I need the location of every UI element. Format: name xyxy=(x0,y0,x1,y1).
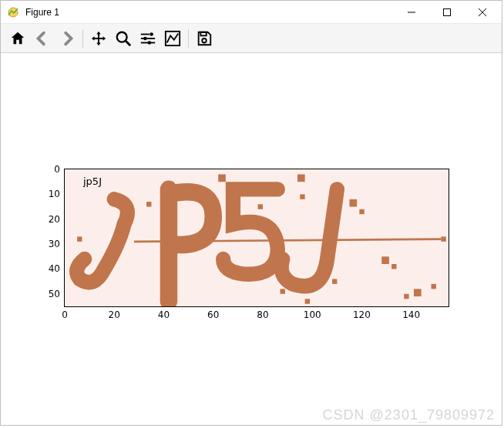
svg-point-12 xyxy=(148,41,152,45)
subplots-button[interactable] xyxy=(136,27,160,50)
home-button[interactable] xyxy=(6,27,29,50)
x-tick: 0 xyxy=(62,306,68,320)
back-button[interactable] xyxy=(31,27,54,50)
svg-rect-18 xyxy=(218,174,226,182)
plot-axes: jp5J xyxy=(64,169,449,307)
svg-rect-33 xyxy=(77,236,82,241)
svg-rect-27 xyxy=(381,256,389,264)
window-title: Figure 1 xyxy=(24,7,394,18)
pan-button[interactable] xyxy=(87,27,110,50)
svg-rect-30 xyxy=(414,289,422,296)
toolbar xyxy=(1,24,502,53)
svg-point-10 xyxy=(143,36,147,40)
svg-rect-31 xyxy=(432,284,436,289)
x-tick: 80 xyxy=(257,306,268,320)
svg-line-6 xyxy=(126,40,130,45)
close-button[interactable] xyxy=(465,1,500,24)
y-tick: 0 xyxy=(54,164,65,175)
svg-point-5 xyxy=(117,32,127,42)
svg-point-8 xyxy=(150,32,153,36)
app-icon xyxy=(7,6,19,18)
svg-rect-26 xyxy=(332,279,337,283)
svg-rect-17 xyxy=(146,202,151,206)
y-tick: 20 xyxy=(49,214,65,225)
figure-window: Figure 1 xyxy=(0,0,502,426)
forward-button[interactable] xyxy=(55,27,79,50)
svg-rect-14 xyxy=(200,32,206,35)
svg-rect-25 xyxy=(359,209,364,214)
svg-rect-21 xyxy=(300,194,304,199)
window-controls xyxy=(394,1,500,24)
x-tick: 60 xyxy=(207,306,219,320)
x-tick: 100 xyxy=(304,306,321,320)
separator xyxy=(82,29,83,48)
svg-rect-2 xyxy=(444,8,451,15)
save-button[interactable] xyxy=(193,27,216,50)
x-tick: 140 xyxy=(402,306,420,320)
svg-rect-19 xyxy=(258,204,263,209)
svg-point-15 xyxy=(202,38,207,43)
maximize-button[interactable] xyxy=(429,1,465,24)
svg-rect-24 xyxy=(349,199,357,207)
captcha-image xyxy=(65,169,449,306)
svg-rect-28 xyxy=(391,264,396,269)
canvas-area[interactable]: jp5J xyxy=(1,53,502,425)
svg-rect-29 xyxy=(404,294,408,299)
svg-rect-20 xyxy=(297,174,305,182)
y-tick: 50 xyxy=(49,289,65,299)
minimize-button[interactable] xyxy=(394,1,429,24)
titlebar: Figure 1 xyxy=(1,1,502,24)
x-tick: 20 xyxy=(109,306,120,320)
y-tick: 40 xyxy=(49,263,65,274)
svg-rect-22 xyxy=(281,289,285,293)
y-tick: 30 xyxy=(49,239,65,249)
zoom-button[interactable] xyxy=(112,27,135,50)
x-tick: 120 xyxy=(353,306,371,320)
svg-rect-32 xyxy=(441,236,445,241)
axes-button[interactable] xyxy=(161,27,184,50)
x-tick: 40 xyxy=(158,306,170,320)
y-tick: 10 xyxy=(49,189,65,199)
svg-rect-23 xyxy=(305,299,310,303)
separator xyxy=(188,29,189,48)
